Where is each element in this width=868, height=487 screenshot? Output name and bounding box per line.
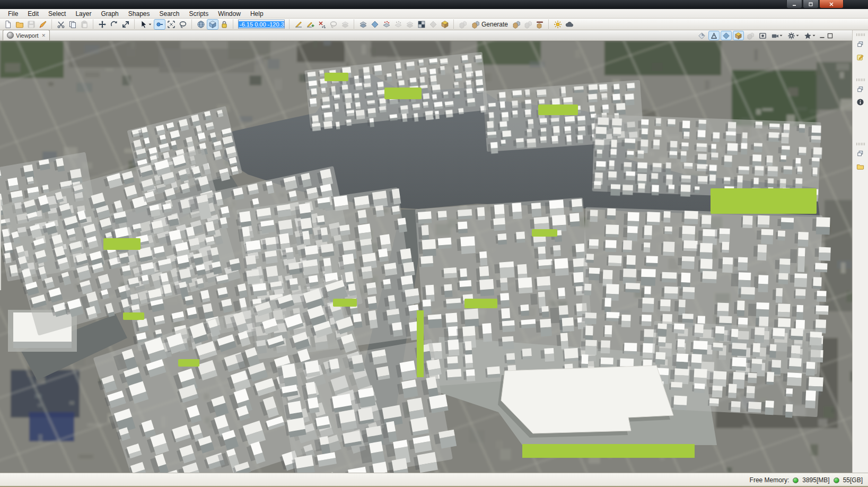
frame-view-button[interactable] bbox=[757, 31, 768, 40]
textured-toggle[interactable] bbox=[733, 31, 744, 40]
tab-close-icon[interactable]: ✕ bbox=[42, 33, 46, 38]
copy-button[interactable] bbox=[67, 19, 78, 30]
marquee-icon bbox=[167, 20, 176, 29]
menu-edit[interactable]: Edit bbox=[23, 10, 43, 18]
shaded-toggle[interactable] bbox=[721, 31, 732, 40]
minimize-viewport-button[interactable] bbox=[819, 31, 826, 40]
toolbar-separator bbox=[354, 20, 355, 29]
cleanup-shapes-button[interactable] bbox=[316, 19, 328, 30]
reset-terrain-button[interactable] bbox=[404, 19, 416, 30]
cut-button[interactable] bbox=[55, 19, 67, 30]
view-lock-button[interactable] bbox=[218, 19, 230, 30]
generate-button[interactable]: Generate bbox=[469, 19, 511, 30]
toolbar-separator bbox=[289, 20, 290, 29]
menu-graph[interactable]: Graph bbox=[96, 10, 123, 18]
restore-panel-1-button[interactable] bbox=[855, 39, 866, 49]
scale-tool-button[interactable] bbox=[120, 19, 131, 30]
texture-terrain-button[interactable] bbox=[416, 19, 427, 30]
align-terrain-button[interactable] bbox=[357, 19, 369, 30]
shadows-toggle[interactable] bbox=[745, 31, 756, 40]
assign-rule-button[interactable] bbox=[457, 19, 469, 30]
coordinates-input[interactable]: -6.15 0.00 -120.39 bbox=[238, 20, 285, 29]
rotate-tool-button[interactable] bbox=[108, 19, 120, 30]
toolbar-separator bbox=[134, 20, 135, 29]
paste-button[interactable] bbox=[78, 19, 90, 30]
restore-panel-3-button[interactable] bbox=[855, 148, 866, 159]
settings-menu-button[interactable] bbox=[786, 31, 801, 40]
editbox-icon bbox=[856, 53, 864, 61]
checker-icon bbox=[417, 20, 426, 29]
memory-gb-led-icon bbox=[834, 477, 839, 483]
draw-shape-button[interactable] bbox=[293, 19, 304, 30]
inspector-panel-button[interactable] bbox=[855, 51, 866, 62]
menu-search[interactable]: Search bbox=[154, 10, 184, 18]
sun-settings-button[interactable] bbox=[552, 19, 564, 30]
cloud-icon bbox=[565, 20, 574, 29]
smooth-terrain-button[interactable] bbox=[427, 19, 439, 30]
cube-icon bbox=[208, 20, 217, 29]
caret-icon bbox=[148, 22, 152, 27]
update-terrain-button[interactable] bbox=[369, 19, 381, 30]
draw-shape-add-button[interactable] bbox=[304, 19, 316, 30]
wireframe-toggle[interactable] bbox=[708, 31, 720, 40]
window-maximize-button[interactable] bbox=[803, 0, 819, 8]
select-tool-button[interactable] bbox=[138, 19, 154, 30]
menu-shapes[interactable]: Shapes bbox=[124, 10, 155, 18]
menu-select[interactable]: Select bbox=[43, 10, 71, 18]
random-seed-button[interactable] bbox=[522, 19, 534, 30]
save-button[interactable] bbox=[25, 19, 37, 30]
caret-icon bbox=[779, 33, 783, 38]
select-same-toggle[interactable] bbox=[154, 19, 165, 30]
panel-drag-handle bbox=[856, 79, 865, 81]
restore-icon bbox=[856, 85, 864, 93]
wire-icon bbox=[710, 32, 718, 40]
viewport-3d-scene bbox=[0, 41, 852, 473]
coordinates-value: -6.15 0.00 -120.39 bbox=[239, 21, 285, 28]
marquee-select-button[interactable] bbox=[165, 19, 177, 30]
axes-toggle[interactable] bbox=[696, 31, 707, 40]
window-minimize-button[interactable] bbox=[786, 0, 802, 8]
sun-icon bbox=[554, 20, 562, 29]
layer-icon bbox=[406, 20, 414, 29]
pan-view-button[interactable] bbox=[195, 19, 207, 30]
align-shapes-button[interactable] bbox=[381, 19, 392, 30]
menu-layer[interactable]: Layer bbox=[71, 10, 96, 18]
pen-tool-button[interactable] bbox=[37, 19, 49, 30]
open-button[interactable] bbox=[14, 19, 25, 30]
bake-terrain-button[interactable] bbox=[439, 19, 451, 30]
memory-gb-value: 55[GB] bbox=[843, 476, 863, 484]
move-icon bbox=[98, 20, 107, 29]
camera-menu-button[interactable] bbox=[769, 31, 785, 40]
offset-shapes-button[interactable] bbox=[339, 19, 351, 30]
window-close-button[interactable] bbox=[819, 0, 844, 8]
folder-icon bbox=[15, 20, 24, 29]
new-scene-button[interactable] bbox=[2, 19, 14, 30]
shaded-icon bbox=[371, 20, 379, 29]
menu-file[interactable]: File bbox=[3, 10, 23, 18]
project-shapes-button[interactable] bbox=[392, 19, 404, 30]
tab-viewport[interactable]: Viewport ✕ bbox=[3, 30, 50, 40]
viewport-canvas[interactable] bbox=[0, 41, 852, 473]
menu-scripts[interactable]: Scripts bbox=[185, 10, 214, 18]
menu-window[interactable]: Window bbox=[213, 10, 246, 18]
paste-icon bbox=[80, 20, 89, 29]
maximize-viewport-button[interactable] bbox=[827, 31, 834, 40]
lasso-select-button[interactable] bbox=[177, 19, 189, 30]
globe-icon bbox=[197, 20, 205, 29]
move-tool-button[interactable] bbox=[97, 19, 108, 30]
navigator-panel-button[interactable] bbox=[855, 161, 866, 171]
menu-help[interactable]: Help bbox=[246, 10, 268, 18]
log-panel-button[interactable] bbox=[855, 97, 866, 107]
cloud-settings-button[interactable] bbox=[564, 19, 575, 30]
pencil-plus-icon bbox=[306, 20, 314, 29]
min-icon bbox=[819, 32, 826, 40]
orbit-view-toggle[interactable] bbox=[207, 19, 218, 30]
combine-shapes-button[interactable] bbox=[328, 19, 339, 30]
regenerate-models-button[interactable] bbox=[511, 19, 522, 30]
bookmarks-menu-button[interactable] bbox=[802, 31, 818, 40]
delete-models-button[interactable] bbox=[534, 19, 546, 30]
restore-panel-2-button[interactable] bbox=[855, 84, 866, 94]
star-icon bbox=[804, 32, 812, 40]
restore-icon bbox=[856, 40, 864, 48]
win-max-icon bbox=[808, 1, 814, 7]
